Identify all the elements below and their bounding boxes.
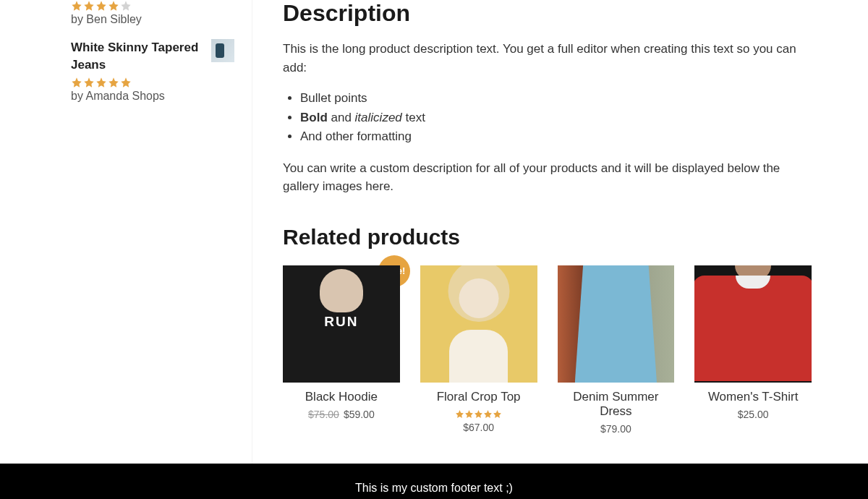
related-products-grid: Sale! Black Hoodie $75.00$59.00 Floral C… (283, 265, 812, 435)
star-icon (120, 0, 132, 12)
product-name: Women's T-Shirt (694, 390, 812, 404)
star-icon (83, 77, 95, 88)
star-icon (108, 0, 119, 12)
star-icon (71, 0, 82, 12)
review-byline: by Ben Sibley (71, 13, 234, 26)
star-icon (455, 409, 464, 418)
star-icon (83, 0, 95, 12)
star-icon (95, 77, 107, 88)
product-image (558, 265, 675, 383)
review-item: White Skinny Tapered Jeans by Amanda Sho… (71, 39, 234, 103)
review-byline: by Amanda Shops (71, 90, 234, 103)
star-icon (483, 409, 493, 418)
star-icon (108, 77, 119, 88)
product-card[interactable]: Sale! Black Hoodie $75.00$59.00 (283, 265, 400, 435)
star-icon (95, 0, 107, 12)
text: and (328, 111, 355, 124)
review-product-link[interactable]: White Skinny Tapered Jeans (71, 39, 204, 74)
review-product-thumb[interactable] (211, 39, 234, 62)
star-icon (474, 409, 483, 418)
product-image (420, 265, 537, 383)
product-price: $75.00$59.00 (283, 409, 400, 420)
product-image (283, 265, 400, 383)
product-name: Denim Summer Dress (558, 390, 675, 419)
sidebar: by Ben Sibley White Skinny Tapered Jeans… (0, 0, 252, 464)
bullet-item: And other formatting (300, 128, 812, 146)
product-price: $25.00 (694, 409, 812, 420)
bullet-item: Bullet points (300, 90, 812, 108)
product-card[interactable]: Women's T-Shirt $25.00 (694, 265, 812, 435)
review-item: by Ben Sibley (71, 0, 234, 26)
product-card[interactable]: Denim Summer Dress $79.00 (558, 265, 675, 435)
description-outro: You can write a custom description for a… (283, 159, 812, 196)
star-rating (71, 77, 234, 88)
text: text (402, 111, 425, 124)
price-old: $75.00 (308, 409, 339, 420)
star-icon (71, 77, 82, 88)
product-price: $79.00 (558, 423, 675, 435)
star-icon (493, 409, 502, 418)
product-price: $67.00 (420, 422, 537, 433)
star-rating (455, 409, 502, 418)
bold-text: Bold (300, 111, 328, 124)
product-image (694, 265, 812, 383)
star-icon (120, 77, 132, 88)
description-heading: Description (283, 0, 812, 27)
product-card[interactable]: Floral Crop Top $67.00 (420, 265, 537, 435)
italic-text: italicized (355, 111, 402, 124)
description-intro: This is the long product description tex… (283, 40, 812, 77)
footer-text: This is my custom footer text ;) (355, 482, 513, 494)
main-content: Description This is the long product des… (252, 0, 868, 464)
star-icon (464, 409, 474, 418)
star-rating (71, 0, 234, 12)
description-bullets: Bullet points Bold and italicized text A… (300, 90, 812, 146)
product-name: Floral Crop Top (420, 390, 537, 404)
price-current: $59.00 (344, 409, 375, 420)
bullet-item: Bold and italicized text (300, 109, 812, 127)
footer: This is my custom footer text ;) (0, 464, 868, 499)
product-name: Black Hoodie (283, 390, 400, 404)
related-products-heading: Related products (283, 225, 812, 250)
